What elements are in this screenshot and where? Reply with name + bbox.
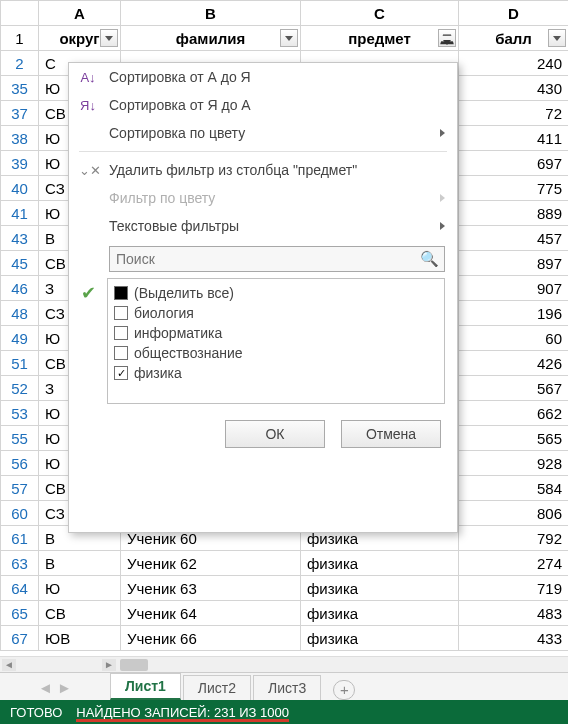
col-C-letter[interactable]: C bbox=[301, 1, 459, 26]
clear-filter-item[interactable]: ⌄✕ Удалить фильтр из столбца "предмет" bbox=[69, 156, 457, 184]
row-num[interactable]: 55 bbox=[1, 426, 39, 451]
row-num[interactable]: 1 bbox=[1, 26, 39, 51]
cell[interactable]: Ученик 66 bbox=[121, 626, 301, 651]
row-num[interactable]: 57 bbox=[1, 476, 39, 501]
checkbox-icon[interactable] bbox=[114, 366, 128, 380]
cell[interactable]: 806 bbox=[459, 501, 569, 526]
row-num[interactable]: 40 bbox=[1, 176, 39, 201]
filter-value-item[interactable]: биология bbox=[114, 303, 438, 323]
row-num[interactable]: 48 bbox=[1, 301, 39, 326]
col-D-letter[interactable]: D bbox=[459, 1, 569, 26]
cell[interactable]: 72 bbox=[459, 101, 569, 126]
header-балл[interactable]: балл bbox=[459, 26, 569, 51]
cell[interactable]: 274 bbox=[459, 551, 569, 576]
cell[interactable]: физика bbox=[301, 601, 459, 626]
cell[interactable]: 719 bbox=[459, 576, 569, 601]
cell[interactable]: 697 bbox=[459, 151, 569, 176]
cell[interactable]: Ученик 62 bbox=[121, 551, 301, 576]
text-filters-item[interactable]: Текстовые фильтры bbox=[69, 212, 457, 240]
row-num[interactable]: 39 bbox=[1, 151, 39, 176]
cell[interactable]: 567 bbox=[459, 376, 569, 401]
tab-sheet3[interactable]: Лист3 bbox=[253, 675, 321, 700]
cell[interactable]: Ю bbox=[39, 576, 121, 601]
checkbox-icon[interactable] bbox=[114, 286, 128, 300]
search-icon[interactable]: 🔍 bbox=[420, 250, 439, 268]
filter-button-C[interactable] bbox=[438, 29, 456, 47]
horizontal-scrollbar[interactable]: ◄ ► bbox=[0, 656, 568, 672]
cell[interactable]: 907 bbox=[459, 276, 569, 301]
row-num[interactable]: 56 bbox=[1, 451, 39, 476]
cell[interactable]: 433 bbox=[459, 626, 569, 651]
row-num[interactable]: 52 bbox=[1, 376, 39, 401]
row-num[interactable]: 64 bbox=[1, 576, 39, 601]
cell[interactable]: 584 bbox=[459, 476, 569, 501]
cell[interactable]: СВ bbox=[39, 601, 121, 626]
row-num[interactable]: 37 bbox=[1, 101, 39, 126]
row-num[interactable]: 43 bbox=[1, 226, 39, 251]
cell[interactable]: 411 bbox=[459, 126, 569, 151]
scroll-thumb[interactable] bbox=[120, 659, 148, 671]
cell[interactable]: 60 bbox=[459, 326, 569, 351]
sort-color-item[interactable]: Сортировка по цвету bbox=[69, 119, 457, 147]
cell[interactable]: 889 bbox=[459, 201, 569, 226]
filter-value-item[interactable]: (Выделить все) bbox=[114, 283, 438, 303]
row-num[interactable]: 41 bbox=[1, 201, 39, 226]
row-num[interactable]: 2 bbox=[1, 51, 39, 76]
filter-value-item[interactable]: информатика bbox=[114, 323, 438, 343]
cell[interactable]: физика bbox=[301, 551, 459, 576]
cell[interactable]: 483 bbox=[459, 601, 569, 626]
row-num[interactable]: 45 bbox=[1, 251, 39, 276]
cell[interactable]: 775 bbox=[459, 176, 569, 201]
cell[interactable]: 897 bbox=[459, 251, 569, 276]
filter-value-item[interactable]: физика bbox=[114, 363, 438, 383]
cancel-button[interactable]: Отмена bbox=[341, 420, 441, 448]
cell[interactable]: В bbox=[39, 551, 121, 576]
cell[interactable]: 426 bbox=[459, 351, 569, 376]
checkbox-icon[interactable] bbox=[114, 326, 128, 340]
row-num[interactable]: 35 bbox=[1, 76, 39, 101]
row-num[interactable]: 49 bbox=[1, 326, 39, 351]
filter-button-A[interactable] bbox=[100, 29, 118, 47]
cell[interactable]: 662 bbox=[459, 401, 569, 426]
row-num[interactable]: 38 bbox=[1, 126, 39, 151]
checkbox-icon[interactable] bbox=[114, 346, 128, 360]
filter-values-list[interactable]: (Выделить все)биологияинформатикаобществ… bbox=[107, 278, 445, 404]
cell[interactable]: Ученик 64 bbox=[121, 601, 301, 626]
row-num[interactable]: 60 bbox=[1, 501, 39, 526]
sort-za-item[interactable]: Я↓ Сортировка от Я до А bbox=[69, 91, 457, 119]
filter-button-B[interactable] bbox=[280, 29, 298, 47]
header-предмет[interactable]: предмет bbox=[301, 26, 459, 51]
cell[interactable]: физика bbox=[301, 626, 459, 651]
row-num[interactable]: 61 bbox=[1, 526, 39, 551]
col-A-letter[interactable]: A bbox=[39, 1, 121, 26]
tab-sheet2[interactable]: Лист2 bbox=[183, 675, 251, 700]
scroll-left-icon[interactable]: ◄ bbox=[2, 659, 16, 671]
tab-nav[interactable]: ◄ ► bbox=[0, 679, 110, 700]
col-B-letter[interactable]: B bbox=[121, 1, 301, 26]
checkbox-icon[interactable] bbox=[114, 306, 128, 320]
cell[interactable]: 565 bbox=[459, 426, 569, 451]
cell[interactable]: 792 bbox=[459, 526, 569, 551]
cell[interactable]: 240 bbox=[459, 51, 569, 76]
tab-sheet1[interactable]: Лист1 bbox=[110, 673, 181, 700]
row-num[interactable]: 53 bbox=[1, 401, 39, 426]
filter-value-item[interactable]: обществознание bbox=[114, 343, 438, 363]
cell[interactable]: Ученик 63 bbox=[121, 576, 301, 601]
cell[interactable]: ЮВ bbox=[39, 626, 121, 651]
sort-az-item[interactable]: А↓ Сортировка от А до Я bbox=[69, 63, 457, 91]
row-num[interactable]: 46 bbox=[1, 276, 39, 301]
corner-cell[interactable] bbox=[1, 1, 39, 26]
cell[interactable]: 196 bbox=[459, 301, 569, 326]
header-фамилия[interactable]: фамилия bbox=[121, 26, 301, 51]
cell[interactable]: 928 bbox=[459, 451, 569, 476]
header-округ[interactable]: округ bbox=[39, 26, 121, 51]
cell[interactable]: 430 bbox=[459, 76, 569, 101]
row-num[interactable]: 63 bbox=[1, 551, 39, 576]
scroll-right-icon[interactable]: ► bbox=[102, 659, 116, 671]
row-num[interactable]: 67 bbox=[1, 626, 39, 651]
ok-button[interactable]: ОК bbox=[225, 420, 325, 448]
cell[interactable]: физика bbox=[301, 576, 459, 601]
row-num[interactable]: 65 bbox=[1, 601, 39, 626]
filter-button-D[interactable] bbox=[548, 29, 566, 47]
cell[interactable]: 457 bbox=[459, 226, 569, 251]
